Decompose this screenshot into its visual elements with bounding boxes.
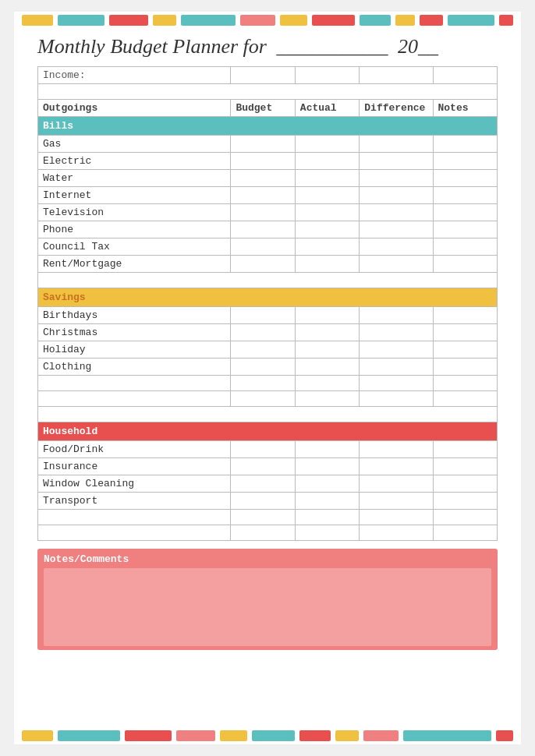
notes-internet[interactable] xyxy=(433,187,497,204)
row-rent-mortgage: Rent/Mortgage xyxy=(38,256,498,273)
actual-insurance[interactable] xyxy=(295,458,359,475)
diff-internet xyxy=(360,187,433,204)
label-internet: Internet xyxy=(38,187,231,204)
notes-birthdays[interactable] xyxy=(433,307,497,324)
spacer-row-2 xyxy=(38,273,498,288)
notes-insurance[interactable] xyxy=(433,458,497,475)
budget-television[interactable] xyxy=(231,204,295,221)
bottom-bar-seg-2 xyxy=(58,730,120,741)
savings-empty-1 xyxy=(38,376,498,391)
notes-electric[interactable] xyxy=(433,153,497,170)
label-clothing: Clothing xyxy=(38,359,231,376)
bills-header-row: Bills xyxy=(38,117,498,136)
top-bar-seg-9 xyxy=(360,15,391,26)
notes-title: Notes/Comments xyxy=(44,553,491,565)
notes-television[interactable] xyxy=(433,204,497,221)
savings-header-row: Savings xyxy=(38,288,498,307)
budget-transport[interactable] xyxy=(231,493,295,510)
budget-holiday[interactable] xyxy=(231,341,295,359)
row-christmas: Christmas xyxy=(38,324,498,341)
actual-phone[interactable] xyxy=(295,221,359,238)
header-difference: Difference xyxy=(360,100,433,117)
household-empty-2 xyxy=(38,525,498,541)
notes-phone[interactable] xyxy=(433,221,497,238)
actual-television[interactable] xyxy=(295,204,359,221)
label-water: Water xyxy=(38,170,231,187)
notes-window-cleaning[interactable] xyxy=(433,475,497,493)
notes-holiday[interactable] xyxy=(433,341,497,359)
income-label: Income: xyxy=(38,67,231,84)
diff-television xyxy=(360,204,433,221)
notes-council-tax[interactable] xyxy=(433,238,497,256)
header-actual: Actual xyxy=(295,100,359,117)
notes-transport[interactable] xyxy=(433,493,497,510)
diff-electric xyxy=(360,153,433,170)
actual-council-tax[interactable] xyxy=(295,238,359,256)
budget-internet[interactable] xyxy=(231,187,295,204)
budget-rent-mortgage[interactable] xyxy=(231,256,295,273)
income-actual xyxy=(295,67,359,84)
budget-water[interactable] xyxy=(231,170,295,187)
actual-holiday[interactable] xyxy=(295,341,359,359)
budget-council-tax[interactable] xyxy=(231,238,295,256)
actual-christmas[interactable] xyxy=(295,324,359,341)
notes-body[interactable] xyxy=(44,568,491,646)
bottom-bar-seg-9 xyxy=(363,730,399,741)
bottom-bar-seg-6 xyxy=(252,730,295,741)
top-bar-seg-4 xyxy=(153,15,176,26)
bottom-bar-seg-3 xyxy=(125,730,172,741)
budget-clothing[interactable] xyxy=(231,359,295,376)
label-window-cleaning: Window Cleaning xyxy=(38,475,231,493)
actual-food-drink[interactable] xyxy=(295,441,359,458)
label-rent-mortgage: Rent/Mortgage xyxy=(38,256,231,273)
diff-window-cleaning xyxy=(360,475,433,493)
row-insurance: Insurance xyxy=(38,458,498,475)
budget-window-cleaning[interactable] xyxy=(231,475,295,493)
budget-insurance[interactable] xyxy=(231,458,295,475)
diff-clothing xyxy=(360,359,433,376)
actual-window-cleaning[interactable] xyxy=(295,475,359,493)
row-window-cleaning: Window Cleaning xyxy=(38,475,498,493)
top-bar-seg-3 xyxy=(109,15,148,26)
top-bar-seg-5 xyxy=(181,15,236,26)
notes-gas[interactable] xyxy=(433,136,497,153)
label-electric: Electric xyxy=(38,153,231,170)
actual-clothing[interactable] xyxy=(295,359,359,376)
diff-phone xyxy=(360,221,433,238)
actual-rent-mortgage[interactable] xyxy=(295,256,359,273)
actual-gas[interactable] xyxy=(295,136,359,153)
label-christmas: Christmas xyxy=(38,324,231,341)
actual-water[interactable] xyxy=(295,170,359,187)
budget-electric[interactable] xyxy=(231,153,295,170)
top-bar-seg-13 xyxy=(499,15,513,26)
notes-food-drink[interactable] xyxy=(433,441,497,458)
top-bar-seg-6 xyxy=(240,15,275,26)
actual-transport[interactable] xyxy=(295,493,359,510)
notes-christmas[interactable] xyxy=(433,324,497,341)
row-internet: Internet xyxy=(38,187,498,204)
notes-section: Notes/Comments xyxy=(37,549,498,650)
page: Monthly Budget Planner for ___________ 2… xyxy=(14,12,521,744)
title-prefix: Monthly Budget Planner for xyxy=(37,35,267,58)
notes-water[interactable] xyxy=(433,170,497,187)
bottom-bar xyxy=(14,727,521,744)
actual-birthdays[interactable] xyxy=(295,307,359,324)
notes-clothing[interactable] xyxy=(433,359,497,376)
budget-phone[interactable] xyxy=(231,221,295,238)
actual-internet[interactable] xyxy=(295,187,359,204)
actual-electric[interactable] xyxy=(295,153,359,170)
top-bar-seg-10 xyxy=(395,15,415,26)
bottom-bar-seg-1 xyxy=(22,730,53,741)
row-gas: Gas xyxy=(38,136,498,153)
budget-food-drink[interactable] xyxy=(231,441,295,458)
bottom-bar-seg-10 xyxy=(403,730,491,741)
budget-christmas[interactable] xyxy=(231,324,295,341)
column-headers: Outgoings Budget Actual Difference Notes xyxy=(38,100,498,117)
bottom-bar-seg-5 xyxy=(220,730,247,741)
notes-rent-mortgage[interactable] xyxy=(433,256,497,273)
budget-gas[interactable] xyxy=(231,136,295,153)
savings-empty-2 xyxy=(38,391,498,407)
bottom-bar-seg-7 xyxy=(299,730,331,741)
budget-birthdays[interactable] xyxy=(231,307,295,324)
spacer-row-3 xyxy=(38,407,498,422)
